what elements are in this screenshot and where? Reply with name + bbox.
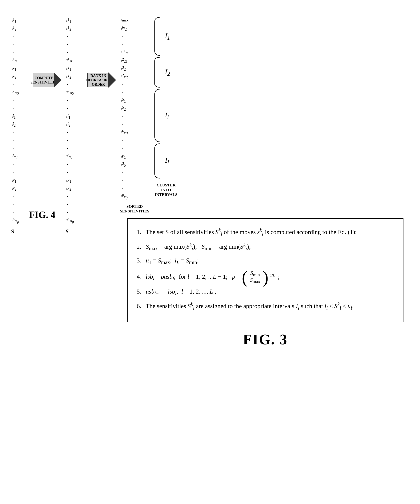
bracket-I1: I1 xyxy=(153,16,170,56)
s2-2: s22 xyxy=(11,72,17,80)
c2-s1-m1: S1m1 xyxy=(65,56,75,64)
c2-dots-5: · xyxy=(65,96,71,104)
c3-s5-1: S51 xyxy=(120,96,126,104)
dots-12: · xyxy=(11,192,16,200)
c3-sp-mp: Spmp xyxy=(120,192,129,200)
I1-label: I1 xyxy=(165,32,170,41)
step4-num: 4. xyxy=(137,271,144,282)
sl-2: sl2 xyxy=(11,120,16,128)
c2-sp-mp: Spmp xyxy=(65,216,75,224)
step3-text: u1 = Smax; lL = Smin; xyxy=(146,255,394,267)
brackets-area: I1 I2 Il xyxy=(153,16,177,197)
fig4-label: FIG. 4 xyxy=(29,209,55,220)
step-5: 5. usbl+1 = lsbl; l = 1, 2, ..., L ; xyxy=(137,286,394,298)
s1-2: s12 xyxy=(11,24,17,32)
c3-dots-2: · xyxy=(120,40,125,48)
rank-arrow-wrapper: RANK INDECREASINGORDER xyxy=(87,73,116,87)
c3-sp-1: Sp1 xyxy=(120,152,126,160)
cluster-label: CLUSTERINTOINTERVALS xyxy=(155,183,177,197)
c3-dots-4: · xyxy=(120,88,125,96)
step4-text: lsbl = ρusbl; for l = 1, 2, ...L − 1; ρ … xyxy=(146,270,394,284)
s2-m2: s2m2 xyxy=(11,88,20,96)
c3-dots-11: · xyxy=(120,184,125,192)
c3-s3-2: S32 xyxy=(120,64,126,72)
step5-text: usbl+1 = lsbl; l = 1, 2, ..., L ; xyxy=(146,286,394,298)
col3-sorted: Smax Sto2 · · S11m1 S221 S32 S2m2 · · S5… xyxy=(120,16,149,214)
c2-dots-12: · xyxy=(65,192,71,200)
c3-s5-2: S52 xyxy=(120,104,126,112)
dots-11: · xyxy=(11,168,16,176)
algorithm-box: 1. The set S of all sensitivities Ski of… xyxy=(127,218,403,322)
sl-ml: slml xyxy=(11,152,18,160)
rank-text: RANK INDECREASINGORDER xyxy=(86,73,110,87)
rank-arrow-body: RANK INDECREASINGORDER xyxy=(87,73,109,87)
bracket-Il-svg xyxy=(153,88,164,143)
step-6: 6. The sensitivities Ski are assigned to… xyxy=(137,300,394,312)
c3-smax: Smax xyxy=(120,16,129,24)
c2-sl-1: Sl1 xyxy=(65,112,71,120)
compute-arrow: COMPUTESENSITIVITIES xyxy=(33,73,62,87)
c3-s11: S11m1 xyxy=(120,48,131,56)
step3-num: 3. xyxy=(137,255,144,266)
step2-num: 2. xyxy=(137,241,144,252)
IL-label: IL xyxy=(165,156,170,166)
sp-2: sp2 xyxy=(11,184,17,192)
compute-text: COMPUTESENSITIVITIES xyxy=(30,76,57,84)
step1-num: 1. xyxy=(137,227,144,237)
step-2: 2. Smax = arg max(Ski); Smin = arg min(S… xyxy=(137,240,394,253)
col2-sensitivities: S11 S12 · · · S1m1 S21 S22 · S2m2 · · Sl… xyxy=(65,16,85,235)
bracket-IL: IL xyxy=(153,143,170,179)
I2-label: I2 xyxy=(165,68,170,77)
sp-1: sp1 xyxy=(11,176,17,184)
bracket-Il: Il xyxy=(153,88,169,143)
sp-mp: spmp xyxy=(11,216,20,224)
step-3: 3. u1 = Smax; lL = Smin; xyxy=(137,255,394,267)
c2-dots-6: · xyxy=(65,104,71,112)
dots-3: · xyxy=(11,48,16,56)
s1-1: s11 xyxy=(11,16,17,24)
dots-9: · xyxy=(11,144,16,152)
c2-dots-9: · xyxy=(65,144,71,152)
dots-2: · xyxy=(11,40,16,48)
bracket-IL-svg xyxy=(153,143,164,179)
c3-s2-m2: S2m2 xyxy=(120,72,129,80)
dots-13: · xyxy=(11,200,16,208)
c3-dots-3: · xyxy=(120,80,125,88)
compute-arrow-wrapper: COMPUTESENSITIVITIES xyxy=(33,73,62,87)
bracket-I1-svg xyxy=(153,16,164,56)
c2-s1-2: S12 xyxy=(65,24,72,32)
fig3-label: FIG. 3 xyxy=(127,331,403,348)
step-4: 4. lsbl = ρusbl; for l = 1, 2, ...L − 1;… xyxy=(137,270,394,284)
c2-s1-1: S11 xyxy=(65,16,72,24)
step-1: 1. The set S of all sensitivities Ski of… xyxy=(137,226,394,238)
bracket-I2: I2 xyxy=(153,56,170,88)
dots-14: · xyxy=(11,208,16,216)
c3-s2: Sto2 xyxy=(120,24,128,32)
s2-1: s21 xyxy=(11,64,17,72)
compute-arrow-body: COMPUTESENSITIVITIES xyxy=(33,73,54,87)
c2-sp-1: Sp1 xyxy=(65,176,72,184)
Il-label: Il xyxy=(165,111,169,120)
fig4-diagram: s11 s12 · · · s1m1 s21 s22 · s2m2 · · sl… xyxy=(11,15,211,205)
dots-4: · xyxy=(11,80,16,88)
col2-label: S xyxy=(65,228,69,235)
step5-num: 5. xyxy=(137,286,144,297)
dots-8: · xyxy=(11,136,16,144)
c3-dots-1: · xyxy=(120,32,125,40)
c2-s2-2: S22 xyxy=(65,72,72,80)
dots-6: · xyxy=(11,104,16,112)
c2-dots-8: · xyxy=(65,136,71,144)
c2-dots-14: · xyxy=(65,208,71,216)
step2-text: Smax = arg max(Ski); Smin = arg min(Ski)… xyxy=(146,240,394,253)
c2-dots-13: · xyxy=(65,200,71,208)
sorted-label: SORTEDSENSITIVITIES xyxy=(120,204,149,214)
dots-10: · xyxy=(11,160,16,168)
dots-1: · xyxy=(11,32,16,40)
step6-num: 6. xyxy=(137,301,144,311)
c2-dots-1: · xyxy=(65,32,71,40)
c3-dots-10: · xyxy=(120,176,125,184)
dots-7: · xyxy=(11,128,16,136)
step1-text: The set S of all sensitivities Ski of th… xyxy=(146,226,394,238)
c3-dots-5: · xyxy=(120,112,125,120)
col1-label: S xyxy=(11,228,14,235)
